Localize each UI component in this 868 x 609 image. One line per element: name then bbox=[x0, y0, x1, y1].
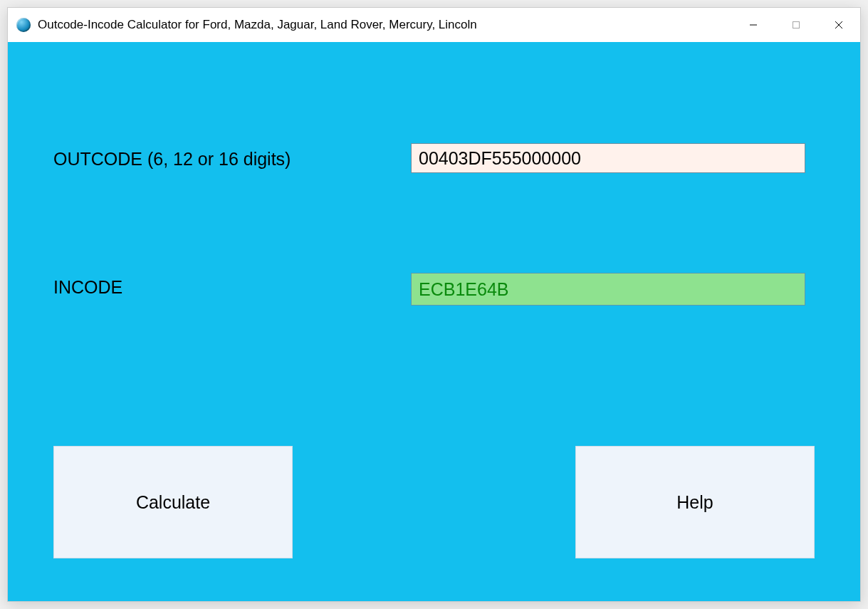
incode-label: INCODE bbox=[53, 277, 409, 298]
outcode-label: OUTCODE (6, 12 or 16 digits) bbox=[53, 149, 409, 170]
help-button[interactable]: Help bbox=[575, 446, 815, 558]
app-window: Outcode-Incode Calculator for Ford, Mazd… bbox=[7, 7, 861, 602]
maximize-button bbox=[775, 8, 817, 42]
titlebar: Outcode-Incode Calculator for Ford, Mazd… bbox=[8, 8, 860, 42]
client-area: OUTCODE (6, 12 or 16 digits) INCODE ECB1… bbox=[8, 42, 860, 601]
outcode-input[interactable] bbox=[411, 143, 805, 173]
window-controls bbox=[732, 8, 860, 42]
maximize-icon bbox=[792, 21, 800, 29]
app-icon bbox=[16, 18, 31, 32]
incode-row: INCODE bbox=[53, 277, 409, 298]
close-icon bbox=[835, 21, 843, 29]
button-row: Calculate Help bbox=[53, 446, 815, 558]
minimize-icon bbox=[749, 21, 758, 29]
minimize-button[interactable] bbox=[732, 8, 775, 42]
outcode-row: OUTCODE (6, 12 or 16 digits) bbox=[53, 149, 409, 170]
incode-output: ECB1E64B bbox=[411, 273, 805, 306]
close-button[interactable] bbox=[817, 8, 860, 42]
calculate-button[interactable]: Calculate bbox=[53, 446, 293, 558]
svg-rect-1 bbox=[793, 22, 800, 28]
window-title: Outcode-Incode Calculator for Ford, Mazd… bbox=[38, 18, 732, 32]
